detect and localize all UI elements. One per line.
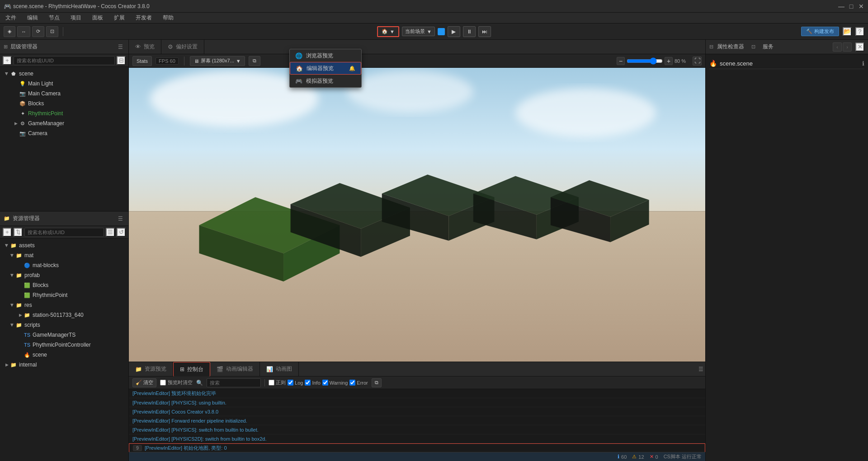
tab-preferences[interactable]: ⚙ 偏好设置	[161, 40, 204, 54]
regex-filter[interactable]: 正则	[269, 379, 286, 386]
hierarchy-menu-btn[interactable]: ☰	[116, 42, 125, 52]
left-panel: ⊞ 层级管理器 ☰ + ⊟ ▶ ⬟ scene ▶ 💡	[0, 40, 129, 461]
resolution-btn[interactable]: 🖥 屏幕 (1280x7... ▼	[190, 56, 245, 66]
play-button[interactable]: ▶	[448, 26, 460, 37]
help-icon[interactable]: ?	[855, 27, 864, 36]
add-node-btn[interactable]: +	[3, 56, 12, 65]
hierarchy-filter-btn[interactable]: ⊟	[117, 56, 126, 65]
error-checkbox[interactable]	[349, 380, 355, 386]
menu-help[interactable]: 帮助	[161, 13, 175, 23]
warning-filter[interactable]: Warning	[322, 380, 348, 386]
zoom-out-btn[interactable]: −	[617, 57, 625, 65]
dropdown-browser-preview[interactable]: 🌐 浏览器预览	[290, 49, 361, 62]
log-line-2[interactable]: [PreviewInEditor] [PHYSICS]: using built…	[129, 398, 705, 407]
clear-on-play-checkbox[interactable]	[160, 380, 166, 386]
menu-node[interactable]: 节点	[47, 13, 61, 23]
clear-btn[interactable]: 🧹 清空	[132, 378, 156, 387]
info-checkbox[interactable]	[305, 380, 311, 386]
dropdown-editor-preview[interactable]: 🏠 编辑器预览 🔔	[290, 62, 361, 75]
tab-assets-preview[interactable]: 📁 资源预览	[129, 362, 173, 376]
log-line-6[interactable]: [PreviewInEditor] [PHYSICS2D]: switch fr…	[129, 434, 705, 443]
tree-item-main-light[interactable]: ▶ 💡 Main Light	[0, 79, 128, 89]
error-filter[interactable]: Error	[349, 380, 368, 386]
nav-prev-btn[interactable]: ‹	[833, 42, 842, 52]
file-manager-icon[interactable]: 📂	[843, 27, 852, 36]
asset-menu-btn[interactable]: ☰	[116, 214, 125, 223]
asset-item-profab[interactable]: ▶ 📁 profab	[0, 270, 128, 280]
asset-item-scripts[interactable]: ▶ 📁 scripts	[0, 320, 128, 330]
minimize-button[interactable]: —	[838, 3, 844, 9]
build-publish-btn[interactable]: 🔨 构建发布	[801, 27, 839, 36]
step-button[interactable]: ⏭	[478, 26, 491, 37]
scene-selector[interactable]: 当前场景 ▼	[402, 27, 435, 36]
asset-item-rhythmic-point-asset[interactable]: ▶ 🟩 RhythmicPoint	[0, 290, 128, 300]
menu-extend[interactable]: 扩展	[112, 13, 127, 23]
asset-refresh-btn[interactable]: ↺	[117, 228, 126, 237]
tool-select[interactable]: ◈	[4, 26, 15, 37]
log-line-7[interactable]: 9 [PreviewInEditor] 初始化地图, 类型: 0	[129, 443, 705, 452]
log-text-1: [PreviewInEditor] 预览环境初始化完毕	[132, 390, 216, 397]
console-menu-btn[interactable]: ☰	[696, 365, 705, 374]
asset-item-rhythmic-ctrl[interactable]: ▶ TS PhythmicPointController	[0, 340, 128, 350]
tree-item-blocks[interactable]: ▶ 📦 Blocks	[0, 99, 128, 108]
stats-btn[interactable]: Stats	[132, 56, 152, 66]
console-extra-btn[interactable]: ⧉	[372, 378, 382, 387]
tree-item-main-camera[interactable]: ▶ 📷 Main Camera	[0, 89, 128, 99]
console-search-input[interactable]	[207, 378, 261, 387]
fullscreen-btn[interactable]: ⛶	[693, 56, 702, 66]
asset-item-mat[interactable]: ▶ 📁 mat	[0, 250, 128, 260]
log-line-3[interactable]: [PreviewInEditor] Cocos Creator v3.8.0	[129, 407, 705, 416]
tool-scale[interactable]: ⊡	[46, 26, 58, 37]
close-button[interactable]: ✕	[858, 3, 864, 9]
tree-item-camera[interactable]: ▶ 📷 Camera	[0, 128, 128, 138]
nav-next-btn[interactable]: ›	[843, 42, 852, 52]
asset-item-blocks-asset[interactable]: ▶ 🟩 Blocks	[0, 280, 128, 290]
pref-icon: ⚙	[168, 43, 173, 50]
tree-item-game-manager[interactable]: ▶ ⚙ GameManager	[0, 118, 128, 128]
tool-move[interactable]: ↔	[17, 26, 30, 37]
info-filter[interactable]: Info	[305, 380, 320, 386]
menu-file[interactable]: 文件	[4, 13, 18, 23]
tree-item-scene[interactable]: ▶ ⬟ scene	[0, 69, 128, 79]
asset-item-scene-asset[interactable]: ▶ 🔥 scene	[0, 350, 128, 360]
maximize-button[interactable]: □	[848, 3, 854, 9]
dropdown-simulator-preview[interactable]: 🎮 模拟器预览	[290, 75, 361, 87]
zoom-slider[interactable]	[627, 57, 663, 65]
menu-project[interactable]: 项目	[69, 13, 83, 23]
tab-animation-editor[interactable]: 🎬 动画编辑器	[210, 362, 260, 376]
asset-item-station[interactable]: ▶ 📁 station-5011733_640	[0, 310, 128, 320]
asset-list-btn[interactable]: ☰	[106, 228, 115, 237]
pause-button[interactable]: ⏸	[463, 26, 476, 37]
tab-console[interactable]: ⊞ 控制台	[173, 362, 210, 376]
add-asset-btn[interactable]: +	[3, 228, 12, 237]
asset-item-internal[interactable]: ▶ 📁 internal	[0, 360, 128, 370]
node-info-btn[interactable]: ℹ	[862, 60, 864, 67]
asset-search[interactable]	[24, 228, 104, 237]
log-line-1[interactable]: [PreviewInEditor] 预览环境初始化完毕	[129, 389, 705, 398]
tree-item-rhythmic-point[interactable]: ▶ ✦ RhythmicPoint	[0, 108, 128, 118]
warning-checkbox[interactable]	[322, 380, 328, 386]
tab-animation-graph[interactable]: 📊 动画图	[260, 362, 299, 376]
asset-sort-btn[interactable]: ⇅	[14, 228, 23, 237]
asset-item-assets[interactable]: ▶ 📁 assets	[0, 240, 128, 250]
hierarchy-search[interactable]	[14, 56, 115, 65]
zoom-in-btn[interactable]: +	[665, 57, 673, 65]
tab-preview[interactable]: 👁 预览	[129, 40, 161, 54]
scene-viewport[interactable]	[129, 68, 705, 362]
copy-resolution-btn[interactable]: ⧉	[249, 56, 260, 66]
preview-dropdown-btn[interactable]: 🏠 ▼	[377, 26, 399, 37]
tool-rotate[interactable]: ⟳	[32, 26, 44, 37]
log-line-4[interactable]: [PreviewInEditor] Forward render pipelin…	[129, 416, 705, 425]
menu-edit[interactable]: 编辑	[25, 13, 40, 23]
log-checkbox[interactable]	[288, 380, 293, 386]
asset-item-game-manager-ts[interactable]: ▶ TS GameManagerTS	[0, 330, 128, 340]
menu-panel[interactable]: 面板	[90, 13, 105, 23]
asset-item-res[interactable]: ▶ 📁 res	[0, 300, 128, 310]
log-filter[interactable]: Log	[288, 380, 303, 386]
inspector-close-btn[interactable]: ✕	[855, 42, 864, 52]
menu-dev[interactable]: 开发者	[134, 13, 154, 23]
clear-on-play-label[interactable]: 预览时清空	[160, 379, 193, 386]
regex-checkbox[interactable]	[269, 380, 274, 386]
log-line-5[interactable]: [PreviewInEditor] [PHYSICS]: switch from…	[129, 425, 705, 434]
asset-item-mat-blocks[interactable]: ▶ 🔵 mat-blocks	[0, 260, 128, 270]
